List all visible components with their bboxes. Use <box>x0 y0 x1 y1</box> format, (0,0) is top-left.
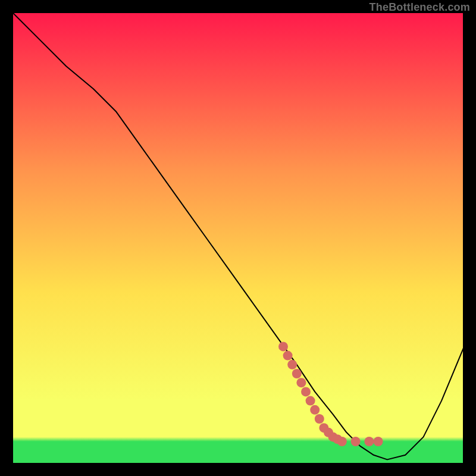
highlight-marker <box>315 414 324 424</box>
highlight-marker <box>310 405 320 415</box>
highlight-marker <box>301 387 311 396</box>
chart-background <box>12 12 464 464</box>
highlight-marker <box>306 396 315 406</box>
highlight-marker <box>278 342 288 351</box>
highlight-marker <box>296 378 306 387</box>
highlight-marker <box>283 351 293 361</box>
highlight-marker <box>337 437 347 446</box>
highlight-marker <box>364 437 374 446</box>
highlight-marker <box>374 437 383 446</box>
highlight-marker <box>292 369 302 378</box>
bottleneck-chart <box>12 12 464 464</box>
highlight-marker <box>351 437 361 446</box>
highlight-marker <box>287 360 297 369</box>
